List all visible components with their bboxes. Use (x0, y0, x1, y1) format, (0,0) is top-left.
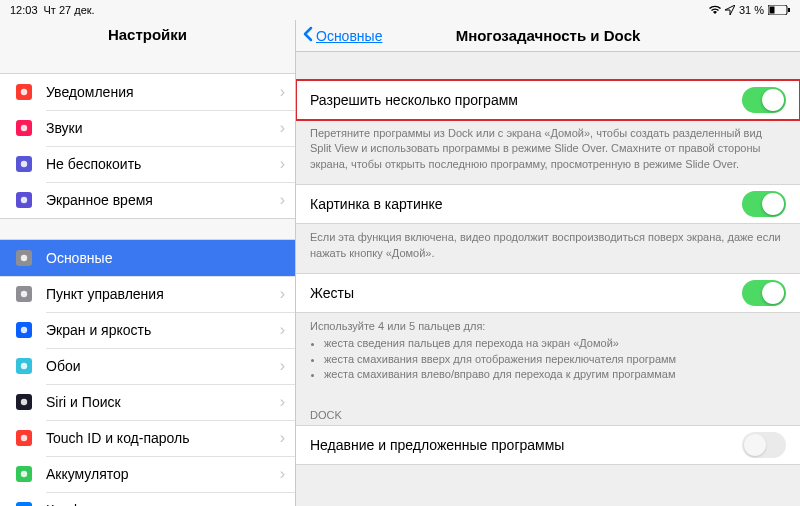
toggle-picture-in-picture[interactable] (742, 191, 786, 217)
sidebar-item[interactable]: Основные (0, 240, 295, 276)
sidebar-item-label: Экран и яркость (46, 322, 280, 338)
app-icon (12, 80, 36, 104)
app-icon (12, 426, 36, 450)
sidebar-item[interactable]: Обои› (0, 348, 295, 384)
sidebar-item-label: Пункт управления (46, 286, 280, 302)
chevron-right-icon: › (280, 394, 285, 410)
svg-point-8 (21, 161, 27, 167)
row-gestures: Жесты (296, 274, 800, 312)
svg-rect-2 (788, 8, 790, 12)
sidebar-item[interactable]: Уведомления› (0, 74, 295, 110)
sidebar-item-label: Не беспокоить (46, 156, 280, 172)
chevron-right-icon: › (280, 466, 285, 482)
sidebar-item-label: Обои (46, 358, 280, 374)
row-recent-apps: Недавние и предложенные программы (296, 426, 800, 464)
sidebar-item-label: Экранное время (46, 192, 280, 208)
battery-icon (768, 5, 790, 15)
svg-point-22 (21, 435, 27, 441)
back-label: Основные (316, 28, 382, 44)
app-icon (12, 152, 36, 176)
section-header-dock: DOCK (296, 395, 800, 425)
chevron-right-icon: › (280, 502, 285, 506)
sidebar-item-label: Конфиденциальность (46, 502, 280, 506)
chevron-right-icon: › (280, 358, 285, 374)
location-icon (725, 5, 735, 15)
sidebar-item[interactable]: Пункт управления› (0, 276, 295, 312)
app-icon (12, 282, 36, 306)
status-time: 12:03 (10, 4, 38, 16)
svg-point-16 (21, 327, 27, 333)
sidebar-item[interactable]: Touch ID и код-пароль› (0, 420, 295, 456)
chevron-right-icon: › (280, 322, 285, 338)
gesture-desc-item: жеста смахивания влево/вправо для перехо… (324, 367, 786, 382)
sidebar-item-label: Звуки (46, 120, 280, 136)
app-icon (12, 498, 36, 506)
sidebar-title: Настройки (0, 20, 295, 53)
sidebar-item-label: Аккумулятор (46, 466, 280, 482)
sidebar-item[interactable]: Не беспокоить› (0, 146, 295, 182)
app-icon (12, 390, 36, 414)
svg-point-24 (21, 471, 27, 477)
detail-pane: Основные Многозадачность и Dock Разрешит… (296, 20, 800, 506)
sidebar-item-label: Touch ID и код-пароль (46, 430, 280, 446)
status-date: Чт 27 дек. (44, 4, 95, 16)
svg-rect-1 (770, 7, 775, 14)
sidebar-item[interactable]: Экран и яркость› (0, 312, 295, 348)
gesture-desc-item: жеста сведения пальцев для перехода на э… (324, 336, 786, 351)
desc-gestures: Используйте 4 или 5 пальцев для: жеста с… (296, 313, 800, 395)
sidebar-item[interactable]: Конфиденциальность› (0, 492, 295, 506)
svg-rect-25 (16, 502, 32, 506)
battery-percent: 31 % (739, 4, 764, 16)
desc-picture-in-picture: Если эта функция включена, видео продолж… (296, 224, 800, 273)
chevron-left-icon (302, 26, 314, 45)
svg-point-10 (21, 197, 27, 203)
row-picture-in-picture: Картинка в картинке (296, 185, 800, 223)
chevron-right-icon: › (280, 156, 285, 172)
sidebar-item-label: Siri и Поиск (46, 394, 280, 410)
svg-point-4 (21, 89, 27, 95)
chevron-right-icon: › (280, 84, 285, 100)
gesture-desc-item: жеста смахивания вверх для отображения п… (324, 352, 786, 367)
row-allow-multiple-apps: Разрешить несколько программ (296, 81, 800, 119)
sidebar-item-label: Основные (46, 250, 285, 266)
toggle-recent-apps[interactable] (742, 432, 786, 458)
chevron-right-icon: › (280, 430, 285, 446)
sidebar-item[interactable]: Экранное время› (0, 182, 295, 218)
settings-sidebar: Настройки Уведомления›Звуки›Не беспокоит… (0, 20, 296, 506)
sidebar-item-label: Уведомления (46, 84, 280, 100)
chevron-right-icon: › (280, 120, 285, 136)
app-icon (12, 188, 36, 212)
chevron-right-icon: › (280, 286, 285, 302)
svg-point-18 (21, 363, 27, 369)
sidebar-item[interactable]: Аккумулятор› (0, 456, 295, 492)
sidebar-item[interactable]: Звуки› (0, 110, 295, 146)
sidebar-item[interactable]: Siri и Поиск› (0, 384, 295, 420)
wifi-icon (709, 5, 721, 15)
svg-point-6 (21, 125, 27, 131)
app-icon (12, 354, 36, 378)
svg-point-20 (21, 399, 27, 405)
app-icon (12, 116, 36, 140)
toggle-gestures[interactable] (742, 280, 786, 306)
svg-point-12 (21, 255, 27, 261)
back-button[interactable]: Основные (296, 26, 382, 45)
app-icon (12, 246, 36, 270)
app-icon (12, 318, 36, 342)
desc-allow-multiple-apps: Перетяните программы из Dock или с экран… (296, 120, 800, 184)
svg-point-14 (21, 291, 27, 297)
app-icon (12, 462, 36, 486)
toggle-allow-multiple-apps[interactable] (742, 87, 786, 113)
chevron-right-icon: › (280, 192, 285, 208)
